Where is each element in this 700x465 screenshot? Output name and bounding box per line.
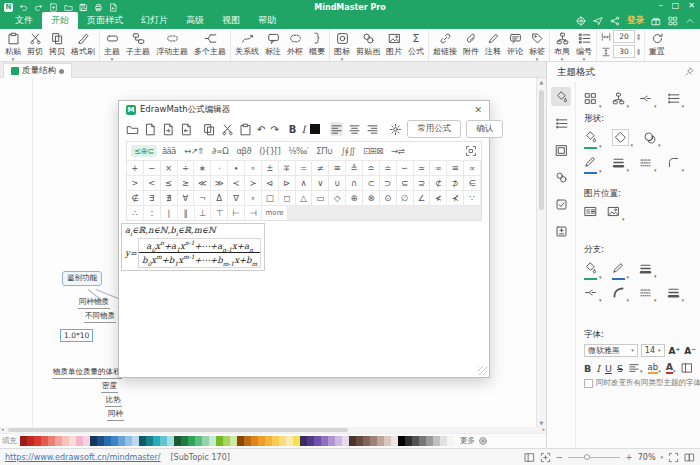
font-size-select[interactable]: 14▾ xyxy=(641,344,665,357)
symbol-cell[interactable]: ∩ xyxy=(346,175,363,190)
symbol-cell[interactable]: ≮ xyxy=(430,190,447,205)
symbol-cell[interactable]: ∄ xyxy=(161,190,178,205)
copy-button[interactable] xyxy=(203,122,216,136)
vertical-scroll-thumb[interactable] xyxy=(539,90,544,210)
symbol-cell[interactable]: ◇ xyxy=(329,190,346,205)
color-swatch[interactable] xyxy=(447,436,454,446)
symbol-cell[interactable]: ≪ xyxy=(194,175,211,190)
symbol-cell[interactable]: ⊆ xyxy=(397,175,414,190)
ribbon-boundary[interactable]: 外框 xyxy=(284,30,306,57)
color-swatch[interactable] xyxy=(419,436,426,446)
sidebar-branch-fill[interactable]: ▾ xyxy=(584,259,602,280)
symbol-cell[interactable]: ⊤ xyxy=(211,205,228,220)
sidebar-fill-color[interactable]: ▾ xyxy=(584,128,602,149)
v-spacing-value[interactable]: 30 xyxy=(613,45,635,58)
ribbon-picture[interactable]: 图片 xyxy=(383,30,405,57)
color-swatch[interactable] xyxy=(286,436,293,446)
symbol-cell[interactable]: ⊗ xyxy=(363,190,380,205)
export-icon[interactable] xyxy=(109,3,118,12)
open-button[interactable] xyxy=(126,122,139,136)
sidebar-branch-line-color[interactable]: ▾ xyxy=(612,259,630,280)
italic-button[interactable]: I xyxy=(301,122,305,136)
color-wheel-icon[interactable] xyxy=(478,436,488,446)
symbol-cell[interactable]: ⊙ xyxy=(380,190,397,205)
symbol-category-fences[interactable]: (){}[] xyxy=(256,145,283,157)
common-formulas-button[interactable]: 常用公式 xyxy=(407,120,461,138)
symbol-cell[interactable]: ∴ xyxy=(127,205,144,220)
symbol-cell[interactable]: ⊲ xyxy=(262,175,279,190)
send-icon[interactable] xyxy=(593,16,603,26)
symbol-cell[interactable]: ≤ xyxy=(161,175,178,190)
symbol-cell[interactable]: ≃ xyxy=(414,160,431,175)
chevup-icon[interactable] xyxy=(685,16,695,26)
format-font-color-button[interactable]: A▾ xyxy=(666,362,676,374)
format-align-button[interactable]: ▾ xyxy=(628,362,643,374)
sidebar-connector-style[interactable]: ▾ xyxy=(639,90,657,109)
color-swatch[interactable] xyxy=(104,436,111,446)
ribbon-formula[interactable]: Σ公式 xyxy=(405,30,427,57)
dialog-resize-grip[interactable] xyxy=(478,366,487,375)
color-swatch[interactable] xyxy=(83,436,90,446)
symbol-cell[interactable]: ∅ xyxy=(397,190,414,205)
symbol-cell[interactable]: ¬ xyxy=(194,190,211,205)
undo-icon[interactable] xyxy=(19,3,28,12)
color-swatch[interactable] xyxy=(76,436,83,446)
sidebar-strip-outline[interactable] xyxy=(551,114,571,133)
symbol-category-big-operators[interactable]: ΣΠ∪ xyxy=(313,145,335,157)
symbol-cell[interactable]: ⊂ xyxy=(363,175,380,190)
color-swatch[interactable] xyxy=(216,436,223,446)
zoom-slider-thumb[interactable] xyxy=(584,454,590,460)
align-right-button[interactable] xyxy=(366,122,379,136)
menu-tab-6[interactable]: 帮助 xyxy=(249,12,285,29)
symbol-cell[interactable]: < xyxy=(144,175,161,190)
font-grow-button[interactable]: A⁺ xyxy=(669,346,681,356)
color-swatch[interactable] xyxy=(34,436,41,446)
color-swatch[interactable] xyxy=(167,436,174,446)
h-spacing-value[interactable]: 20 xyxy=(613,30,635,43)
document-tab[interactable]: 质量结构 xyxy=(3,63,72,78)
sidebar-strip-frame[interactable] xyxy=(551,141,571,160)
sidebar-branch-curve[interactable]: ▾ xyxy=(612,284,630,303)
menu-tab-5[interactable]: 视图 xyxy=(213,12,249,29)
color-swatch[interactable] xyxy=(237,436,244,446)
more-symbols-button[interactable]: more xyxy=(262,205,288,220)
h-spacing-control[interactable]: 20▲▼ xyxy=(601,30,640,43)
menu-tab-1[interactable]: 开始 xyxy=(42,12,78,29)
sidebar-image-position[interactable] xyxy=(584,203,597,222)
topic-box[interactable]: 1.0*10 xyxy=(60,329,93,342)
symbol-cell[interactable]: ∝ xyxy=(464,160,481,175)
minimize-button[interactable]: – xyxy=(659,1,663,10)
color-swatch[interactable] xyxy=(307,436,314,446)
symbol-cell[interactable]: ∈ xyxy=(464,175,481,190)
symbol-cell[interactable]: > xyxy=(127,175,144,190)
color-swatch[interactable] xyxy=(62,436,69,446)
settings-button[interactable] xyxy=(389,122,402,136)
color-swatch[interactable] xyxy=(363,436,370,446)
ribbon-comment[interactable]: 评论 xyxy=(504,30,526,57)
symbol-cell[interactable]: Δ xyxy=(211,190,228,205)
color-swatch[interactable] xyxy=(111,436,118,446)
sidebar-layout-style[interactable]: ▾ xyxy=(584,90,602,109)
symbol-cell[interactable]: ≥ xyxy=(178,175,195,190)
symbol-cell[interactable]: ⊥ xyxy=(195,205,212,220)
symbol-category-chem-arrows[interactable]: →⇌ xyxy=(388,145,407,157)
color-swatch[interactable] xyxy=(293,436,300,446)
import-button[interactable] xyxy=(162,122,175,136)
dialog-close-icon[interactable]: ✕ xyxy=(474,105,482,115)
color-swatch[interactable] xyxy=(314,436,321,446)
new-doc-button[interactable] xyxy=(144,122,157,136)
color-swatch[interactable] xyxy=(69,436,76,446)
ribbon-topic[interactable]: 主题▾ xyxy=(101,30,123,62)
apply-same-type-checkbox[interactable]: 同时改变所有同类型主题的字体 xyxy=(584,378,696,388)
sidebar-branch-weight-2[interactable]: ▾ xyxy=(667,284,685,303)
symbol-cell[interactable]: ÷ xyxy=(178,160,195,175)
format-highlight-button[interactable]: ab▾ xyxy=(648,362,661,374)
color-swatch[interactable] xyxy=(384,436,391,446)
symbol-cell[interactable]: ∀ xyxy=(178,190,195,205)
symbol-cell[interactable]: ∗ xyxy=(194,160,211,175)
color-swatch[interactable] xyxy=(356,436,363,446)
color-swatch[interactable] xyxy=(440,436,447,446)
ribbon-subtopic[interactable]: 子主题 xyxy=(123,30,153,57)
format-italic-button[interactable]: I xyxy=(596,363,600,374)
symbol-cell[interactable]: − xyxy=(144,160,161,175)
